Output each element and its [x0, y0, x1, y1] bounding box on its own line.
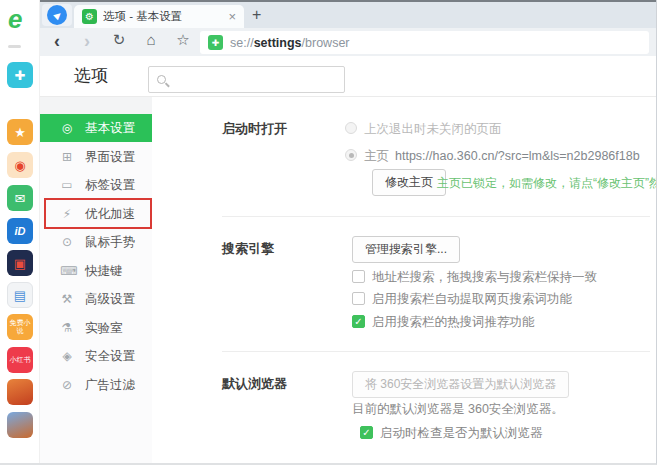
checkbox-check-default-label: 启动时检查是否为默认浏览器 — [380, 425, 543, 442]
checkbox-auto-extract-label: 启用搜索栏自动提取网页搜索词功能 — [372, 291, 572, 308]
refresh-button[interactable]: ↻ — [110, 31, 128, 49]
settings-search-box[interactable] — [148, 66, 345, 93]
search-engine-section-label: 搜索引擎 — [222, 240, 274, 258]
default-browser-section-label: 默认浏览器 — [222, 375, 287, 393]
checkbox-auto-extract[interactable] — [352, 292, 365, 305]
back-button[interactable]: ‹ — [48, 31, 66, 51]
homepage-url: https://hao.360.cn/?src=lm&ls=n2b2986f18… — [395, 149, 640, 163]
startup-section-label: 启动时打开 — [222, 120, 287, 138]
sidebar-item-mouse-gestures[interactable]: ⊙ 鼠标手势 — [40, 228, 152, 256]
check-icon: ✓ — [354, 316, 362, 327]
checkbox-addressbar-search[interactable] — [352, 270, 365, 283]
dock-collapse-handle[interactable] — [8, 45, 21, 48]
address-bar[interactable]: ✚ se://settings/browser — [200, 31, 649, 54]
default-browser-status: 目前的默认浏览器是 360安全浏览器。 — [352, 401, 564, 418]
sidebar-item-interface-settings[interactable]: ⊞ 界面设置 — [40, 143, 152, 171]
novel-app-icon[interactable]: 免费小说 — [7, 314, 33, 340]
checkbox-addressbar-search-label: 地址栏搜索，拖拽搜索与搜索栏保持一致 — [372, 269, 597, 286]
game2-app-icon[interactable] — [7, 412, 33, 438]
radio-homepage[interactable] — [345, 149, 357, 161]
reader-app-icon[interactable]: ▣ — [7, 250, 33, 276]
block-icon: ⊘ — [60, 378, 74, 392]
homepage-locked-notice: 主页已锁定，如需修改，请点“修改主页”然后解除 — [437, 175, 657, 192]
id-app-icon[interactable]: iD — [7, 218, 33, 244]
mouse-icon: ⊙ — [60, 235, 74, 249]
keyboard-icon: ⌨ — [60, 264, 74, 278]
modify-homepage-button[interactable]: 修改主页 — [372, 169, 446, 196]
settings-search-input[interactable] — [172, 73, 336, 87]
checkbox-check-default-on-startup[interactable]: ✓ — [360, 426, 373, 439]
security-shield-icon[interactable]: ✚ — [208, 35, 223, 50]
section-divider — [222, 351, 650, 352]
gear-icon: ◎ — [60, 121, 74, 135]
game-app-icon[interactable] — [7, 379, 33, 405]
settings-favicon-icon: ⚙ — [82, 9, 97, 24]
sidebar-item-advanced-settings[interactable]: ⚒ 高级设置 — [40, 285, 152, 313]
app-dock-sidebar: e ✚ ★ ◉ ✉ iD ▣ ▤ 免费小说 小红书 — [0, 0, 40, 465]
page-title: 选项 — [74, 64, 108, 87]
window-icon: ⊞ — [60, 150, 74, 164]
home-button[interactable]: ⌂ — [142, 31, 160, 48]
bookmark-star-button[interactable]: ☆ — [174, 31, 192, 49]
tab-icon: ▭ — [60, 178, 74, 192]
new-tab-button[interactable]: + — [252, 6, 261, 24]
radio-last-session[interactable] — [345, 122, 357, 134]
tab-title: 选项 - 基本设置 — [103, 9, 222, 24]
sidebar-item-lab[interactable]: ⚗ 实验室 — [40, 314, 152, 342]
settings-sidebar-top-strip — [40, 97, 152, 114]
manage-search-engines-button[interactable]: 管理搜索引擎... — [352, 236, 460, 263]
browser-logo-icon[interactable]: e — [8, 4, 22, 35]
flask-icon: ⚗ — [60, 321, 74, 335]
favorites-star-icon[interactable]: ★ — [7, 119, 33, 145]
search-icon — [157, 75, 166, 84]
checkbox-hot-words[interactable]: ✓ — [352, 315, 365, 328]
radio-homepage-label: 主页https://hao.360.cn/?src=lm&ls=n2b2986f… — [364, 148, 640, 165]
sidebar-item-ad-filter[interactable]: ⊘ 广告过滤 — [40, 371, 152, 399]
tab-options[interactable]: ⚙ 选项 - 基本设置 × — [74, 5, 244, 28]
checkbox-hot-words-label: 启用搜索栏的热搜词推荐功能 — [372, 314, 535, 331]
weibo-icon[interactable]: ◉ — [7, 152, 33, 178]
sidebar-item-shortcuts[interactable]: ⌨ 快捷键 — [40, 257, 152, 285]
shield-icon: ◈ — [60, 349, 74, 363]
check-icon: ✓ — [362, 427, 370, 438]
section-divider — [222, 216, 650, 217]
sidebar-item-tab-settings[interactable]: ▭ 标签设置 — [40, 171, 152, 199]
game-plus-icon[interactable]: ✚ — [7, 62, 33, 88]
url-text: se://settings/browser — [230, 36, 350, 50]
paper-plane-icon[interactable]: ▶ — [47, 5, 67, 25]
sidebar-item-security-settings[interactable]: ◈ 安全设置 — [40, 342, 152, 370]
sidebar-item-basic-settings[interactable]: ◎ 基本设置 — [40, 114, 152, 142]
radio-last-session-label: 上次退出时未关闭的页面 — [364, 121, 502, 138]
set-default-browser-button[interactable]: 将 360安全浏览器设置为默认浏览器 — [352, 371, 569, 398]
mail-icon[interactable]: ✉ — [7, 185, 33, 211]
notes-app-icon[interactable]: ▤ — [7, 282, 33, 308]
paper-plane-glyph: ▶ — [51, 9, 63, 21]
forward-button[interactable]: › — [78, 31, 96, 51]
browser-window: e ✚ ★ ◉ ✉ iD ▣ ▤ 免费小说 小红书 ▶ ⚙ 选项 - 基本设置 … — [0, 0, 657, 465]
tab-close-icon[interactable]: × — [228, 9, 236, 24]
wrench-icon: ⚒ — [60, 292, 74, 306]
annotation-highlight-box — [44, 198, 152, 229]
xiaohongshu-icon[interactable]: 小红书 — [7, 347, 33, 373]
